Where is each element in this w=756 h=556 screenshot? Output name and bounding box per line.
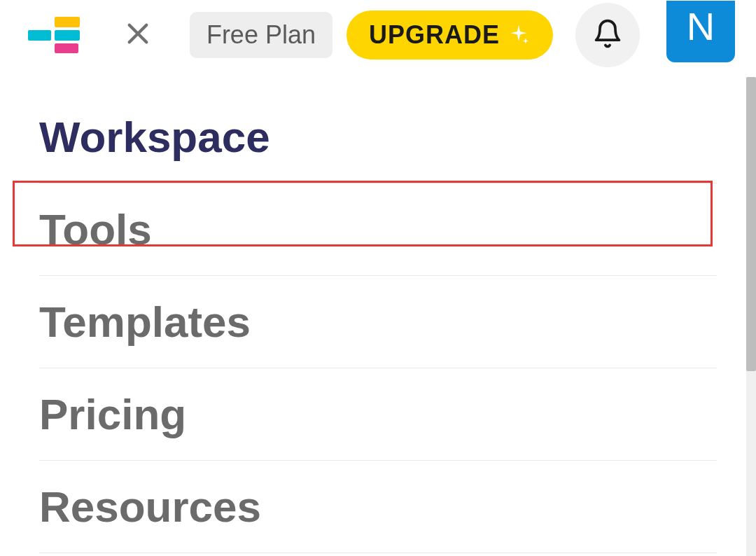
user-avatar[interactable]: N: [666, 1, 735, 62]
close-menu-button[interactable]: [120, 18, 155, 53]
nav-item-resources[interactable]: Resources: [39, 461, 717, 553]
brand-logo[interactable]: [28, 17, 80, 53]
nav-item-tools[interactable]: Tools: [39, 183, 717, 276]
close-icon: [123, 19, 153, 51]
nav-item-pricing[interactable]: Pricing: [39, 368, 717, 461]
plan-badge: Free Plan: [190, 12, 332, 58]
bell-icon: [592, 18, 623, 52]
notifications-button[interactable]: [575, 3, 640, 67]
scrollbar-thumb[interactable]: [746, 77, 756, 371]
nav-item-teams[interactable]: Teams: [39, 553, 717, 556]
avatar-initial: N: [687, 4, 715, 49]
upgrade-button[interactable]: UPGRADE: [346, 11, 553, 60]
nav-menu: Workspace Tools Templates Pricing Resour…: [0, 105, 756, 556]
app-header: Free Plan UPGRADE N: [0, 0, 756, 77]
upgrade-label: UPGRADE: [369, 20, 500, 50]
main-menu-panel: Workspace Tools Templates Pricing Resour…: [0, 77, 756, 556]
sparkle-icon: [507, 23, 531, 47]
scrollbar-track[interactable]: [746, 77, 756, 556]
nav-item-templates[interactable]: Templates: [39, 276, 717, 368]
nav-item-workspace[interactable]: Workspace: [39, 105, 717, 183]
